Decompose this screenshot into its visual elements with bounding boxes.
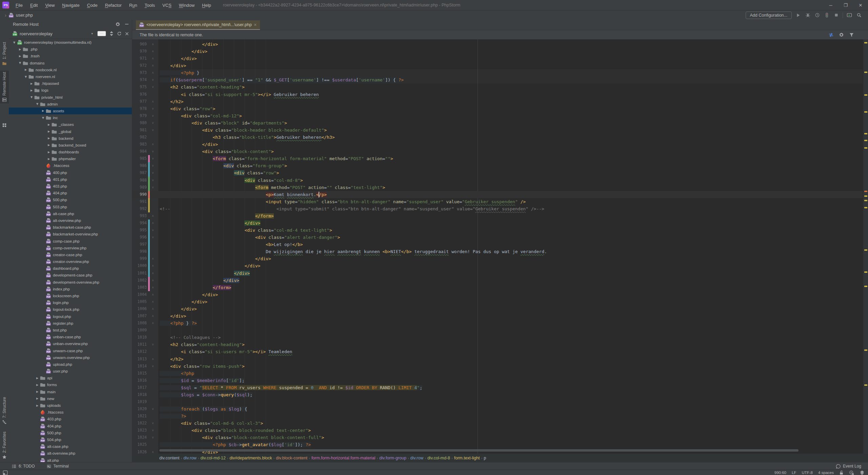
tree-item-503.php[interactable]: PHP503.php: [9, 204, 132, 210]
code-line-974[interactable]: 974∨ if($userperm['suspend_user'] == "1"…: [132, 76, 863, 83]
code-line-989[interactable]: 989∨ <form method="POST" action="" class…: [132, 184, 863, 191]
tree-item-404.php[interactable]: PHP404.php: [9, 423, 132, 430]
expand-arrow-icon[interactable]: ▶: [46, 137, 52, 140]
fold-marker-icon[interactable]: ∧: [150, 98, 156, 105]
code-line-1003[interactable]: 1003∧ </form>: [132, 284, 863, 291]
code-line-976[interactable]: 976 <i class="si si-support mr-5"></i> G…: [132, 91, 863, 98]
code-line-1021[interactable]: 1021 ?>: [132, 413, 863, 420]
code-line-979[interactable]: 979∨ <div class="col-md-12">: [132, 112, 863, 119]
menu-code[interactable]: Code: [84, 1, 101, 9]
fold-marker-icon[interactable]: ∧: [150, 212, 156, 220]
tree-item-500.php[interactable]: PHP500.php: [9, 196, 132, 203]
tree-item-backend-boxed[interactable]: ▶backend_boxed: [9, 142, 132, 149]
breadcrumb-item[interactable]: p: [484, 456, 486, 460]
menu-help[interactable]: Help: [199, 1, 214, 9]
profiler-icon[interactable]: [824, 12, 830, 18]
stripe-button-2-favorites[interactable]: 2: Favorites: [0, 430, 9, 461]
code-line-985[interactable]: 985∨ <form class="form-horizontal form-m…: [132, 155, 863, 162]
menu-tools[interactable]: Tools: [142, 1, 158, 9]
tree-item-alt-case.php[interactable]: PHPalt-case.php: [9, 210, 132, 217]
code-line-972[interactable]: 972∧ </div>: [132, 62, 863, 69]
code-line-970[interactable]: 970∧ </div>: [132, 48, 863, 55]
code-line-998[interactable]: 998 De wijzigingen die je hier aanbrengt…: [132, 248, 863, 255]
breadcrumb-item[interactable]: form.text-light: [454, 456, 480, 460]
code-line-973[interactable]: 973∧ <?php }: [132, 69, 863, 76]
code-line-995[interactable]: 995∨ <div class="col-md-4 text-light">: [132, 227, 863, 234]
fold-marker-icon[interactable]: ∧: [150, 255, 156, 262]
code-line-994[interactable]: 994∧ </div>: [132, 220, 863, 227]
code-line-1016[interactable]: 1016 $id = $memberinfo['id'];: [132, 377, 863, 384]
tree-item-logout.php[interactable]: PHPlogout.php: [9, 313, 132, 320]
menu-refactor[interactable]: Refactor: [102, 1, 125, 9]
tree-item-inc[interactable]: ▼inc: [9, 114, 132, 121]
code-line-984[interactable]: 984∨ <div class="block-content">: [132, 148, 863, 155]
code-line-975[interactable]: 975∨ <h2 class="content-heading">: [132, 83, 863, 91]
menu-navigate[interactable]: Navigate: [59, 1, 82, 9]
fold-marker-icon[interactable]: ∧: [150, 312, 156, 320]
tree-item-api[interactable]: ▶api: [9, 375, 132, 381]
expand-arrow-icon[interactable]: ▶: [17, 55, 23, 58]
sync-icon[interactable]: [828, 32, 834, 38]
horizontal-scrollbar[interactable]: [159, 449, 799, 452]
collapse-all-icon[interactable]: [109, 31, 114, 36]
fold-marker-icon[interactable]: ∨: [150, 234, 156, 241]
tree-item-504.php[interactable]: PHP504.php: [9, 436, 132, 443]
filter-icon[interactable]: [848, 32, 854, 38]
tree-item-forms[interactable]: ▶forms: [9, 381, 132, 388]
breadcrumb-item[interactable]: div.row: [410, 456, 424, 460]
tree-item-creator-overview.php[interactable]: PHPcreator-overview.php: [9, 258, 132, 265]
tree-item-development-overview.php[interactable]: PHPdevelopment-overview.php: [9, 279, 132, 286]
expand-arrow-icon[interactable]: ▶: [35, 397, 40, 400]
breadcrumb-item[interactable]: div.col-md-8: [427, 456, 450, 460]
warning-mark[interactable]: [864, 207, 867, 208]
breadcrumb-item[interactable]: form.form-horizontal.form-material: [311, 456, 376, 460]
fold-marker-icon[interactable]: ∧: [150, 62, 156, 69]
fold-marker-icon[interactable]: ∨: [150, 434, 156, 441]
file-breadcrumb[interactable]: › PHP user.php: [0, 12, 33, 18]
expand-arrow-icon[interactable]: ▶: [46, 151, 52, 154]
fold-marker-icon[interactable]: ∧: [150, 277, 156, 284]
code-line-978[interactable]: 978∨ <div class="row">: [132, 105, 863, 112]
tree-item-400.php[interactable]: PHP400.php: [9, 169, 132, 176]
tree-item-creator-case.php[interactable]: PHPcreator-case.php: [9, 251, 132, 258]
tree-item-403.php[interactable]: PHP403.php: [9, 183, 132, 190]
vcs-change-marker[interactable]: [148, 198, 150, 205]
code-line-1005[interactable]: 1005∧ </div>: [132, 298, 863, 305]
tree-item--global[interactable]: ▶_global: [9, 128, 132, 135]
more-options-button[interactable]: ...: [97, 31, 106, 36]
code-line-996[interactable]: 996∨ <div class="alert alert-danger">: [132, 234, 863, 241]
expand-arrow-icon[interactable]: ▶: [23, 68, 28, 71]
inspections-icon[interactable]: [860, 470, 865, 475]
breadcrumb-item[interactable]: div.content: [159, 456, 180, 460]
tree-item-domains[interactable]: ▼domains: [9, 60, 132, 66]
tree-item-test.php[interactable]: PHPtest.php: [9, 327, 132, 334]
play-icon[interactable]: [795, 12, 801, 18]
tree-item-alt-overview.php[interactable]: PHPalt-overview.php: [9, 217, 132, 224]
code-line-993[interactable]: 993∧ </form>: [132, 212, 863, 220]
fold-marker-icon[interactable]: ∨: [150, 148, 156, 155]
fold-marker-icon[interactable]: ∨: [150, 405, 156, 413]
fold-marker-icon[interactable]: ∨: [150, 227, 156, 234]
code-line-999[interactable]: 999∧ </div>: [132, 255, 863, 262]
minimize-window-button[interactable]: ─: [823, 0, 838, 10]
code-line-991[interactable]: 991 <input type="hidden" class="btn btn-…: [132, 198, 863, 205]
fold-marker-icon[interactable]: ∧: [150, 284, 156, 291]
gear-icon[interactable]: [115, 22, 120, 27]
collapse-arrow-icon[interactable]: ▼: [40, 116, 46, 119]
hide-panel-icon[interactable]: [124, 22, 129, 26]
expand-arrow-icon[interactable]: ▶: [29, 82, 34, 85]
bug-icon[interactable]: [805, 12, 811, 18]
code-line-990[interactable]: 990 <p>Komt binnenkort.</p>: [132, 191, 863, 198]
error-stripe[interactable]: [863, 39, 868, 454]
code-line-969[interactable]: 969∧ </div>: [132, 41, 863, 48]
tree-item-phpmailer[interactable]: ▶phpmailer: [9, 155, 132, 162]
fold-marker-icon[interactable]: ∨: [150, 127, 156, 134]
breadcrumb-item[interactable]: div.form-group: [379, 456, 406, 460]
code-line-1023[interactable]: 1023∨ <div class="block block-rounded te…: [132, 427, 863, 434]
code-line-1004[interactable]: 1004∧ </div>: [132, 291, 863, 298]
tree-item-index.php[interactable]: PHPindex.php: [9, 286, 132, 292]
fold-marker-icon[interactable]: ∨: [150, 155, 156, 162]
code-line-1014[interactable]: 1014∨ <div class="row items-push">: [132, 363, 863, 370]
menu-edit[interactable]: Edit: [27, 1, 41, 9]
code-editor[interactable]: 969∧ </div>970∧ </div>971∧ </div>972∧ </…: [132, 39, 863, 454]
